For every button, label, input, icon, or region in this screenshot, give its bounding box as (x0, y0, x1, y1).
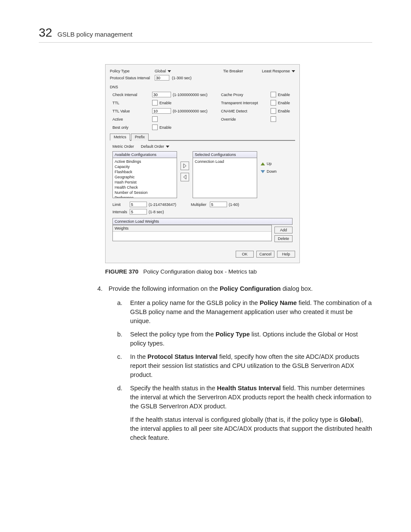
ok-button[interactable]: OK (236, 251, 254, 258)
cancel-button[interactable]: Cancel (256, 251, 274, 258)
protocol-status-interval-input[interactable] (155, 75, 169, 81)
page-title: GSLB policy management (57, 31, 132, 38)
ttl-value-range: (0-1000000000 sec) (173, 109, 208, 113)
figure-caption-text: Policy Configuration dialog box - Metric… (143, 268, 257, 275)
tie-breaker-label: Tie Breaker (223, 69, 249, 73)
limit-input[interactable] (130, 202, 147, 207)
policy-config-dialog: Policy Type Global Tie Breaker Least Res… (105, 64, 300, 263)
list-item[interactable]: Health Check (115, 185, 175, 190)
cname-detect-checkbox[interactable] (271, 108, 276, 114)
intervals-range: (1-8 sec) (149, 210, 164, 214)
multiplier-range: (1-60) (229, 202, 239, 207)
page-number: 32 (39, 26, 52, 40)
available-configurations-header: Available Configurations (112, 151, 177, 158)
list-item[interactable]: Active Bindings (115, 159, 175, 164)
intervals-input[interactable] (130, 209, 147, 215)
move-right-button[interactable] (181, 162, 189, 170)
delete-button[interactable]: Delete (274, 235, 293, 242)
selected-configurations-list[interactable]: Connection Load (193, 158, 257, 198)
transparent-intercept-label: Transparent Intercept (221, 101, 271, 105)
limit-range: (1-2147483647) (149, 202, 182, 207)
triangle-down-icon (261, 170, 265, 173)
check-interval-label: Check Interval (112, 93, 152, 97)
substep-d: Specify the health status in the Health … (130, 384, 372, 442)
step-number: 4. (95, 284, 103, 447)
substep-letter: c. (109, 352, 124, 380)
ttl-checkbox[interactable] (152, 100, 158, 106)
weights-column-header: Weights (113, 225, 271, 232)
substep-letter: a. (109, 299, 124, 326)
move-left-button[interactable] (181, 173, 189, 181)
chevron-left-icon (183, 175, 187, 179)
protocol-status-interval-range: (1-300 sec) (172, 76, 192, 80)
metric-order-select[interactable]: Default Order (141, 144, 169, 149)
active-label: Active (112, 117, 152, 121)
cache-proxy-label: Cache Proxy (221, 93, 271, 97)
intervals-label: Intervals (112, 210, 128, 214)
protocol-status-interval-label: Protocol Status Interval (110, 76, 152, 80)
substep-letter: b. (109, 330, 124, 348)
substep-c: In the Protocol Status Interval field, s… (130, 352, 372, 380)
substep-letter: d. (109, 384, 124, 442)
selected-configurations-header: Selected Configurations (193, 151, 257, 158)
tab-bar: Metrics Prefix (110, 133, 295, 141)
override-label: Override (221, 117, 271, 121)
ttl-value-input[interactable] (152, 108, 171, 114)
transparent-intercept-checkbox[interactable] (271, 100, 276, 106)
tab-prefix[interactable]: Prefix (131, 134, 149, 141)
list-item[interactable]: Flashback (115, 169, 175, 174)
metric-order-label: Metric Order (112, 144, 138, 149)
override-checkbox[interactable] (271, 116, 276, 122)
best-only-checkbox[interactable] (152, 124, 158, 130)
policy-type-label: Policy Type (110, 69, 152, 73)
multiplier-input[interactable] (210, 202, 227, 207)
connection-load-weights-header: Connection Load Weights (112, 218, 293, 225)
figure-number: FIGURE 370 (105, 268, 138, 275)
help-button[interactable]: Help (277, 251, 295, 258)
multiplier-label: Multiplier (191, 202, 208, 207)
cache-proxy-checkbox[interactable] (271, 92, 276, 97)
chevron-down-icon (168, 70, 171, 72)
move-up-button[interactable]: Up (261, 162, 277, 166)
triangle-up-icon (261, 162, 265, 165)
best-only-label: Best only (112, 125, 152, 130)
policy-type-select[interactable]: Global (155, 69, 171, 73)
ttl-label: TTL (112, 101, 152, 105)
body-text: 4. Provide the following information on … (95, 284, 372, 447)
list-item[interactable]: Preference (115, 195, 175, 198)
weights-list[interactable]: Weights (112, 225, 272, 241)
list-item[interactable]: Capacity (115, 164, 175, 169)
dns-section-label: DNS (110, 85, 295, 89)
move-down-button[interactable]: Down (261, 169, 277, 174)
tie-breaker-select[interactable]: Least Response (262, 69, 295, 73)
chevron-down-icon (292, 70, 295, 72)
list-item[interactable]: Number of Session (115, 190, 175, 195)
page-header: 32 GSLB policy management (39, 26, 372, 43)
substep-a: Enter a policy name for the GSLB policy … (130, 299, 372, 326)
figure-caption: FIGURE 370 Policy Configuration dialog b… (105, 268, 372, 275)
check-interval-range: (1-1000000000 sec) (173, 93, 208, 97)
tab-metrics[interactable]: Metrics (110, 134, 130, 141)
add-button[interactable]: Add (274, 227, 293, 233)
step-intro: Provide the following information on the… (109, 284, 372, 447)
list-item[interactable]: Connection Load (195, 159, 255, 164)
chevron-down-icon (166, 146, 169, 148)
active-checkbox[interactable] (152, 116, 158, 122)
check-interval-input[interactable] (152, 92, 171, 97)
list-item[interactable]: Geographic (115, 174, 175, 180)
limit-label: Limit (112, 202, 128, 207)
substep-b: Select the policy type from the Policy T… (130, 330, 372, 348)
list-item[interactable]: Hash Persist (115, 180, 175, 185)
chevron-right-icon (183, 164, 187, 168)
cname-detect-label: CNAME Detect (221, 109, 271, 113)
ttl-value-label: TTL Value (112, 109, 152, 113)
available-configurations-list[interactable]: Active Bindings Capacity Flashback Geogr… (112, 158, 177, 198)
